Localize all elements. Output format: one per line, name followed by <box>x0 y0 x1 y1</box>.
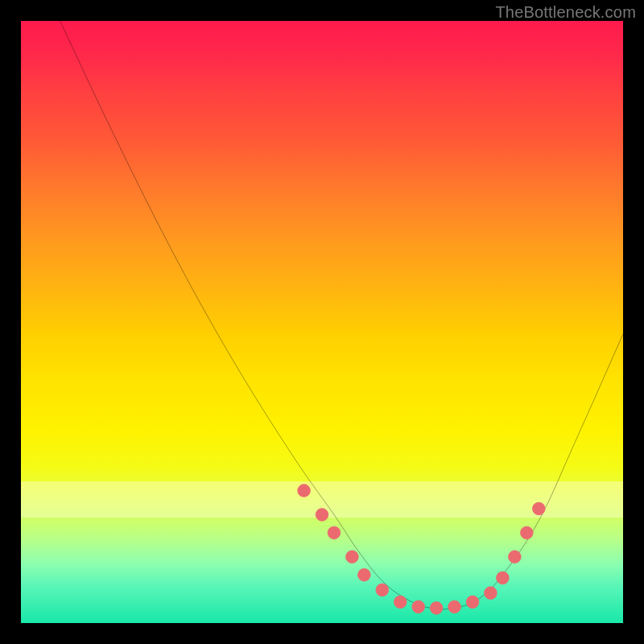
watermark-text: TheBottleneck.com <box>495 3 636 22</box>
curve-layer <box>21 21 623 623</box>
plot-area <box>21 21 623 623</box>
valley-dot <box>328 526 341 539</box>
valley-dot <box>448 601 461 613</box>
valley-dot <box>520 526 533 539</box>
valley-dot <box>497 572 510 584</box>
valley-dot <box>298 485 311 497</box>
valley-dot <box>466 596 479 609</box>
valley-dot <box>532 502 545 515</box>
valley-dot <box>509 551 522 564</box>
valley-dot <box>430 601 443 614</box>
valley-dot <box>394 596 407 609</box>
valley-dots <box>298 485 545 615</box>
valley-dot <box>412 601 425 613</box>
valley-dot <box>316 509 328 522</box>
valley-dot <box>346 551 359 564</box>
valley-dot <box>376 584 389 597</box>
valley-dot <box>358 568 371 581</box>
bottleneck-curve <box>60 21 623 609</box>
chart-frame: TheBottleneck.com <box>0 0 644 644</box>
valley-dot <box>485 587 497 600</box>
